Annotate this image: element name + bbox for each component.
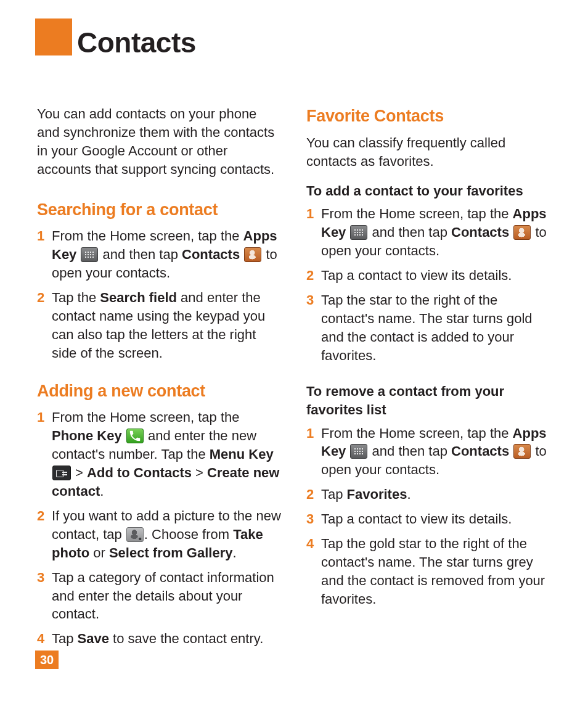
- sub-heading: To remove a contact from your favorites …: [306, 382, 551, 419]
- step-item: 4Tap Save to save the contact entry.: [37, 630, 282, 648]
- step-list: 1From the Home screen, tap the Apps Key …: [37, 227, 282, 362]
- step-item: 1From the Home screen, tap the Apps Key …: [37, 227, 282, 282]
- addphoto-icon: [126, 527, 144, 542]
- section-heading: Adding a new contact: [37, 380, 282, 403]
- step-number: 2: [306, 266, 314, 285]
- section-heading: Searching for a contact: [37, 199, 282, 221]
- sub-heading: To add a contact to your favorites: [306, 182, 551, 200]
- step-item: 3Tap a contact to view its details.: [306, 510, 551, 528]
- step-list: 1From the Home screen, tap the Apps Key …: [306, 424, 551, 609]
- right-column: Favorite ContactsYou can classify freque…: [306, 105, 551, 665]
- step-number: 2: [37, 289, 44, 307]
- menu-icon: [52, 466, 71, 480]
- bold-text: Contacts: [451, 224, 509, 240]
- step-item: 1From the Home screen, tap the Apps Key …: [306, 205, 551, 260]
- step-number: 2: [37, 507, 44, 525]
- contacts-icon: [513, 444, 531, 459]
- contacts-icon: [513, 225, 531, 240]
- apps-icon: [350, 225, 367, 240]
- step-list: 1From the Home screen, tap the Phone Key…: [37, 408, 282, 648]
- page-number: 30: [35, 651, 59, 669]
- bold-text: Phone Key: [52, 428, 122, 443]
- step-number: 3: [306, 291, 314, 310]
- step-item: 2Tap Favorites.: [306, 485, 551, 504]
- step-number: 4: [37, 630, 44, 648]
- intro-text: You can add contacts on your phone and s…: [37, 105, 282, 179]
- step-item: 3Tap a category of contact information a…: [37, 568, 282, 624]
- bold-text: Menu Key: [210, 446, 274, 462]
- phone-icon: [126, 429, 144, 443]
- bold-text: Contacts: [451, 443, 509, 459]
- step-number: 3: [37, 568, 44, 587]
- step-item: 2Tap a contact to view its details.: [306, 266, 551, 285]
- page-title: Contacts: [77, 26, 196, 59]
- content-columns: You can add contacts on your phone and s…: [37, 105, 551, 665]
- step-number: 1: [306, 205, 314, 223]
- step-list: 1From the Home screen, tap the Apps Key …: [306, 205, 551, 364]
- step-number: 1: [306, 424, 314, 443]
- bold-text: Contacts: [182, 247, 240, 262]
- step-item: 1From the Home screen, tap the Phone Key…: [37, 408, 282, 501]
- bold-text: Favorites: [347, 486, 407, 502]
- step-item: 2If you want to add a picture to the new…: [37, 507, 282, 562]
- step-number: 1: [37, 408, 44, 427]
- step-item: 2Tap the Search field and enter the cont…: [37, 289, 282, 363]
- apps-icon: [81, 247, 98, 262]
- step-item: 4Tap the gold star to the right of the c…: [306, 535, 551, 609]
- step-number: 3: [306, 510, 314, 528]
- bold-text: Select from Gallery: [109, 545, 233, 560]
- section-heading: Favorite Contacts: [306, 105, 551, 128]
- step-item: 1From the Home screen, tap the Apps Key …: [306, 424, 551, 480]
- left-column: You can add contacts on your phone and s…: [37, 105, 282, 665]
- title-accent-block: [35, 18, 72, 55]
- contacts-icon: [244, 247, 261, 262]
- bold-text: Add to Contacts: [87, 465, 192, 480]
- step-number: 2: [306, 485, 314, 504]
- step-number: 4: [306, 535, 314, 553]
- bold-text: Search field: [100, 290, 177, 305]
- apps-icon: [350, 444, 367, 459]
- step-number: 1: [37, 227, 44, 245]
- section-intro: You can classify frequently called conta…: [306, 134, 551, 171]
- step-item: 3Tap the star to the right of the contac…: [306, 291, 551, 365]
- manual-page: Contacts You can add contacts on your ph…: [0, 0, 588, 706]
- bold-text: Save: [78, 631, 109, 646]
